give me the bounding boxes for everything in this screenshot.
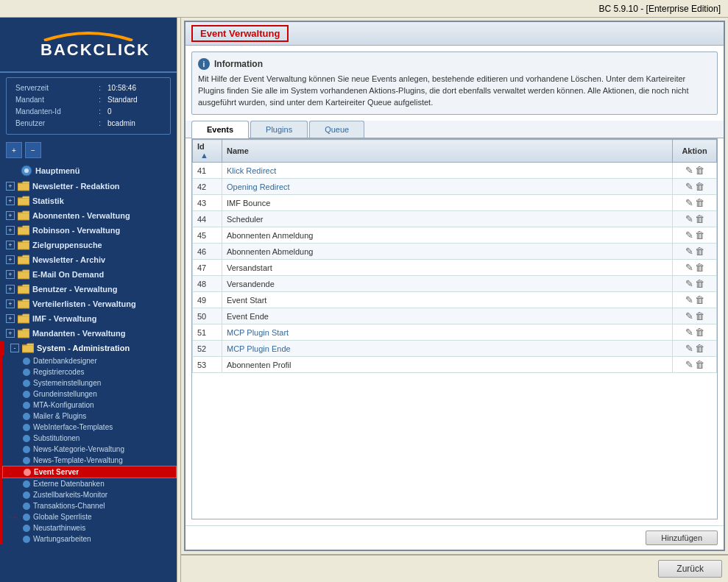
- delete-button-0[interactable]: 🗑: [694, 164, 705, 177]
- sidebar-sub-zustellbarkeits-monitor[interactable]: Zustellbarkeits-Monitor: [2, 489, 177, 500]
- sidebar-item-abonnenten-verwaltung[interactable]: + Abonnenten - Verwaltung: [0, 208, 177, 223]
- table-row: 50Event Ende✎🗑: [193, 308, 717, 324]
- sidebar-sub-news-kategorie[interactable]: News-Kategorie-Verwaltung: [2, 444, 177, 455]
- delete-button-4[interactable]: 🗑: [694, 229, 705, 241]
- delete-button-2[interactable]: 🗑: [694, 196, 705, 209]
- sidebar-item-newsletter-redaktion[interactable]: + Newsletter - Redaktion: [0, 179, 177, 194]
- cell-name-11[interactable]: MCP Plugin Ende: [222, 341, 673, 357]
- sidebar-item-statistik[interactable]: + Statistik: [0, 194, 177, 208]
- edit-button-1[interactable]: ✎: [685, 180, 694, 193]
- cell-name-3: Scheduler: [222, 211, 673, 227]
- sidebar-sub-globale-sperrliste[interactable]: Globale Sperrliste: [2, 511, 177, 522]
- expand-icon-abonnenten: +: [6, 211, 15, 220]
- sidebar-item-hauptmenu[interactable]: Hauptmenü: [0, 163, 177, 179]
- sub-icon-datenbankdesigner: [23, 358, 30, 365]
- cell-name-0[interactable]: Klick Redirect: [222, 163, 673, 179]
- sidebar-item-system-admin[interactable]: - System - Administration: [2, 341, 177, 355]
- sidebar-sub-webinterface-templates[interactable]: WebInterface-Templates: [2, 422, 177, 433]
- sidebar-nav: Hauptmenü + Newsletter - Redaktion + Sta…: [0, 161, 177, 582]
- edit-button-9[interactable]: ✎: [685, 310, 694, 322]
- panel-title: Event Verwaltung: [191, 25, 289, 42]
- tab-events[interactable]: Events: [191, 121, 249, 138]
- delete-button-9[interactable]: 🗑: [694, 310, 705, 322]
- sidebar-item-newsletter-archiv[interactable]: + Newsletter - Archiv: [0, 252, 177, 267]
- table-row: 43IMF Bounce✎🗑: [193, 195, 717, 211]
- edit-button-8[interactable]: ✎: [685, 294, 694, 306]
- edit-button-5[interactable]: ✎: [685, 245, 694, 258]
- edit-button-6[interactable]: ✎: [685, 261, 694, 274]
- cell-name-9: Event Ende: [222, 308, 673, 324]
- sidebar-item-verteilerlisten[interactable]: + Verteilerlisten - Verwaltung: [0, 297, 177, 311]
- folder-icon-newsletter-archiv: [18, 255, 29, 265]
- benutzer-label: Benutzer: [14, 118, 97, 129]
- mandant-colon: :: [97, 94, 106, 106]
- sidebar-sub-datenbankdesigner[interactable]: Datenbankdesigner: [2, 355, 177, 366]
- delete-button-3[interactable]: 🗑: [694, 213, 705, 225]
- cell-name-5: Abonnenten Abmeldung: [222, 244, 673, 260]
- table-row: 48Versandende✎🗑: [193, 276, 717, 292]
- edit-button-12[interactable]: ✎: [685, 358, 694, 371]
- serverzeit-label: Serverzeit: [14, 82, 97, 94]
- collapse-all-button[interactable]: −: [25, 142, 41, 158]
- events-table-container[interactable]: Id ▲ Name Aktion: [191, 138, 718, 519]
- sidebar-item-mandanten-verwaltung[interactable]: + Mandanten - Verwaltung: [0, 326, 177, 341]
- back-button[interactable]: Zurück: [658, 560, 722, 578]
- sidebar-item-benutzer-verwaltung[interactable]: + Benutzer - Verwaltung: [0, 282, 177, 297]
- edit-button-7[interactable]: ✎: [685, 277, 694, 290]
- sidebar-item-zielgruppensuche[interactable]: + Zielgruppensuche: [0, 238, 177, 252]
- cell-name-10[interactable]: MCP Plugin Start: [222, 324, 673, 341]
- sidebar-sub-mta-konfiguration[interactable]: MTA-Konfiguration: [2, 400, 177, 411]
- col-header-aktion[interactable]: Aktion: [673, 140, 717, 163]
- tab-plugins[interactable]: Plugins: [250, 121, 308, 138]
- app-title: BC 5.9.10 - [Enterprise Edition]: [599, 4, 721, 14]
- sidebar-sub-event-server[interactable]: Event Server: [2, 466, 177, 478]
- sidebar-sub-substitutionen[interactable]: Substitutionen: [2, 433, 177, 444]
- delete-button-6[interactable]: 🗑: [694, 261, 705, 274]
- sidebar-sub-wartungsarbeiten[interactable]: Wartungsarbeiten: [2, 533, 177, 544]
- edit-button-3[interactable]: ✎: [685, 213, 694, 225]
- cell-id-0: 41: [193, 163, 222, 179]
- delete-button-1[interactable]: 🗑: [694, 180, 705, 193]
- sidebar-sub-registriercodes[interactable]: Registriercodes: [2, 366, 177, 377]
- sidebar-item-email-on-demand[interactable]: + E-Mail On Demand: [0, 267, 177, 282]
- cell-name-6: Versandstart: [222, 260, 673, 276]
- add-button[interactable]: Hinzufügen: [646, 530, 718, 545]
- panel-footer: Hinzufügen: [185, 525, 724, 550]
- delete-button-7[interactable]: 🗑: [694, 277, 705, 290]
- sort-icon-id: ▲: [200, 151, 208, 160]
- col-header-name[interactable]: Name: [222, 140, 673, 163]
- edit-button-0[interactable]: ✎: [685, 164, 694, 177]
- logo-arc-svg: [40, 29, 136, 41]
- cell-action-6: ✎🗑: [673, 260, 717, 276]
- col-header-id[interactable]: Id ▲: [193, 140, 222, 163]
- content-area: Event Verwaltung i Information Mit Hilfe…: [181, 18, 728, 582]
- sidebar-sub-externe-datenbanken[interactable]: Externe Datenbanken: [2, 478, 177, 489]
- sidebar-item-statistik-label: Statistik: [32, 196, 64, 205]
- sidebar-item-robinson-verwaltung[interactable]: + Robinson - Verwaltung: [0, 223, 177, 238]
- delete-button-12[interactable]: 🗑: [694, 358, 705, 371]
- edit-button-4[interactable]: ✎: [685, 229, 694, 241]
- expand-all-button[interactable]: +: [6, 142, 22, 158]
- sidebar-sub-systemeinstellungen-label: Systemeinstellungen: [33, 379, 101, 387]
- sidebar-sub-neustarthinweis[interactable]: Neustarthinweis: [2, 522, 177, 533]
- sidebar-sub-transaktions-channel[interactable]: Transaktions-Channel: [2, 500, 177, 511]
- tab-queue[interactable]: Queue: [309, 121, 364, 138]
- sub-icon-externe-datenbanken: [23, 480, 30, 488]
- sidebar-sub-systemeinstellungen[interactable]: Systemeinstellungen: [2, 377, 177, 388]
- cell-name-1[interactable]: Opening Redirect: [222, 179, 673, 195]
- sidebar-sub-mailer-plugins[interactable]: Mailer & Plugins: [2, 411, 177, 422]
- edit-button-10[interactable]: ✎: [685, 326, 694, 338]
- delete-button-10[interactable]: 🗑: [694, 326, 705, 338]
- main-area: BACKCLICK Serverzeit : 10:58:46 Mandant …: [0, 18, 728, 582]
- sidebar-item-imf-verwaltung[interactable]: + IMF - Verwaltung: [0, 311, 177, 326]
- sidebar-sub-wartungsarbeiten-label: Wartungsarbeiten: [33, 535, 91, 543]
- sidebar-item-newsletter-redaktion-label: Newsletter - Redaktion: [32, 182, 120, 191]
- sidebar-sub-news-template[interactable]: News-Template-Verwaltung: [2, 455, 177, 466]
- edit-button-11[interactable]: ✎: [685, 342, 694, 355]
- delete-button-5[interactable]: 🗑: [694, 245, 705, 258]
- sidebar-sub-grundeinstellungen[interactable]: Grundeinstellungen: [2, 388, 177, 400]
- delete-button-8[interactable]: 🗑: [694, 294, 705, 306]
- edit-button-2[interactable]: ✎: [685, 196, 694, 209]
- cell-action-11: ✎🗑: [673, 341, 717, 357]
- delete-button-11[interactable]: 🗑: [694, 342, 705, 355]
